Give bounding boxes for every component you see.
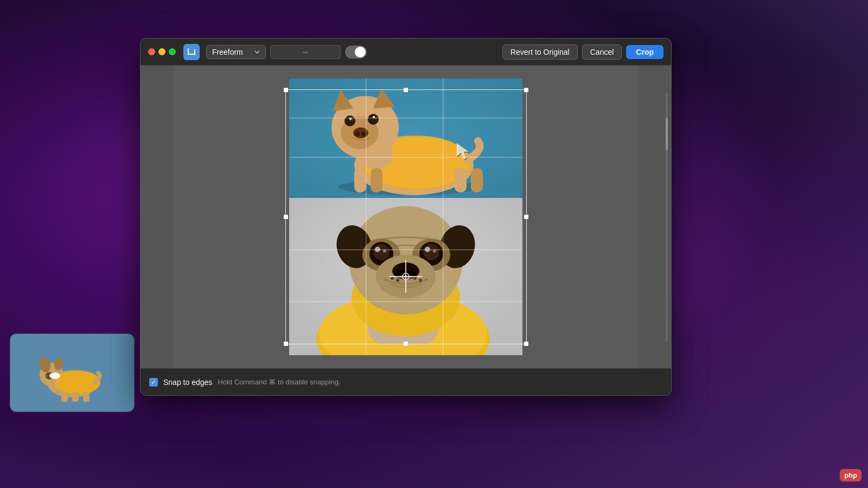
handle-top-middle[interactable] (404, 88, 408, 92)
crop-button[interactable]: Crop (626, 45, 663, 59)
snap-hint-text: Hold Command ⌘ to disable snapping. (218, 378, 340, 386)
content-area (141, 66, 671, 368)
left-shadow (141, 66, 173, 368)
handle-middle-right[interactable] (524, 215, 528, 219)
toggle-thumb (355, 47, 366, 57)
svg-rect-13 (83, 392, 90, 402)
minimize-button[interactable] (158, 48, 165, 55)
thumbnail-preview (10, 333, 135, 412)
handle-bottom-left[interactable] (284, 342, 288, 346)
width-input[interactable] (275, 48, 299, 56)
snap-to-edges-checkbox[interactable]: ✓ (149, 378, 158, 387)
chevron-down-icon (254, 50, 260, 54)
bottom-bar: ✓ Snap to edges Hold Command ⌘ to disabl… (141, 368, 671, 395)
crop-canvas[interactable] (275, 79, 538, 355)
main-window: Freeform ↔ Revert to Original Cancel Cro… (140, 38, 672, 396)
crop-tool-button[interactable] (183, 44, 200, 60)
svg-rect-11 (61, 392, 68, 402)
handle-top-left[interactable] (284, 88, 288, 92)
checkmark-icon: ✓ (151, 378, 156, 386)
handle-bottom-right[interactable] (524, 342, 528, 346)
scrollbar-track[interactable] (666, 93, 668, 341)
revert-to-original-button[interactable]: Revert to Original (502, 44, 578, 60)
maximize-button[interactable] (169, 48, 176, 55)
thumbnail-dog-svg (29, 343, 116, 403)
handle-top-right[interactable] (524, 88, 528, 92)
handle-middle-left[interactable] (284, 215, 288, 219)
snap-to-edges-label: Snap to edges (163, 378, 212, 387)
close-button[interactable] (148, 48, 155, 55)
svg-point-10 (49, 373, 60, 379)
height-input[interactable] (311, 48, 336, 56)
scrollbar-thumb[interactable] (666, 118, 668, 150)
scrollbar[interactable] (665, 93, 669, 341)
size-inputs-container: ↔ (270, 45, 341, 59)
crop-border[interactable] (285, 89, 527, 344)
crop-icon (187, 48, 196, 56)
link-dimensions-icon: ↔ (302, 48, 309, 56)
handle-bottom-middle[interactable] (404, 342, 408, 346)
svg-point-5 (47, 373, 49, 375)
svg-rect-12 (72, 392, 79, 402)
thumbnail-image (10, 334, 134, 412)
traffic-lights (148, 48, 176, 55)
aspect-ratio-dropdown[interactable]: Freeform (206, 45, 266, 59)
aspect-lock-toggle[interactable] (345, 46, 367, 59)
toolbar: Freeform ↔ Revert to Original Cancel Cro… (141, 38, 671, 66)
cancel-button[interactable]: Cancel (582, 44, 622, 60)
php-watermark: php (840, 469, 861, 481)
aspect-ratio-label: Freeform (212, 48, 243, 56)
